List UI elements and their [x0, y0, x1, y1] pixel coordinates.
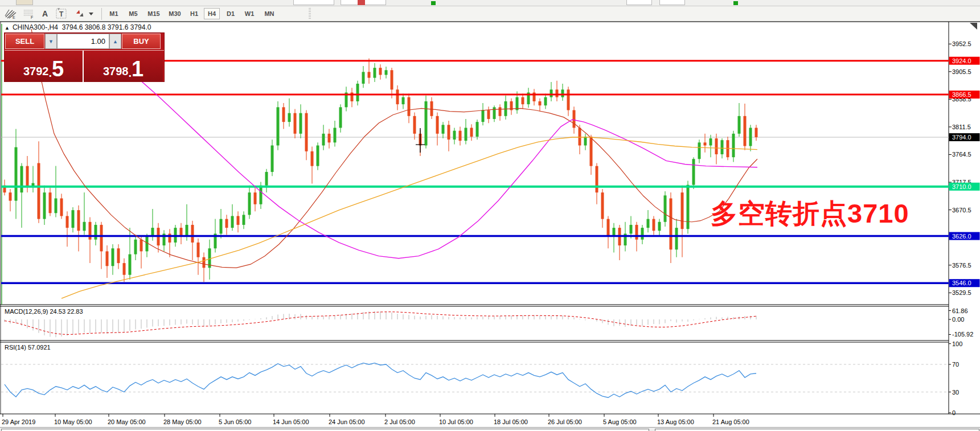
price-badge-label: 3710.0	[952, 183, 971, 190]
candle-body	[243, 215, 245, 225]
candle-body	[362, 72, 365, 84]
date-label[interactable]: 14 Jun 05:00	[273, 418, 309, 425]
bottom-inset-box	[655, 429, 979, 431]
price-tick-label: 3529.5	[952, 289, 971, 296]
candle-body	[339, 107, 342, 128]
candle-body	[260, 186, 263, 204]
candle-body	[653, 219, 655, 231]
candle-body	[334, 128, 337, 142]
candle-body	[385, 70, 388, 75]
sell-price[interactable]: 3792.5	[5, 51, 84, 82]
candle-body	[544, 97, 547, 105]
date-label[interactable]: 5 Aug 05:00	[603, 418, 637, 425]
candle-body	[675, 228, 678, 249]
bottom-strip	[0, 427, 980, 431]
date-label[interactable]: 29 Apr 2019	[2, 418, 35, 425]
candle-body	[630, 225, 633, 233]
candle-body	[123, 263, 126, 275]
candle-body	[590, 137, 593, 166]
candle-body	[322, 134, 325, 146]
date-label[interactable]: 10 Jul 05:00	[439, 418, 473, 425]
rsi-axis-label: 70	[952, 361, 959, 368]
date-label[interactable]: 2 Jul 05:00	[384, 418, 415, 425]
date-label[interactable]: 26 Jul 05:00	[548, 418, 582, 425]
candle-body	[749, 128, 752, 146]
candle-body	[550, 89, 553, 97]
candle-body	[658, 222, 661, 231]
buy-button[interactable]: BUY	[122, 34, 161, 49]
candle-body	[191, 225, 194, 243]
sell-button[interactable]: SELL	[5, 34, 44, 49]
candle-body	[106, 251, 109, 266]
price-badge-label: 3546.0	[952, 280, 971, 286]
candle-body	[635, 225, 638, 240]
macd-axis-label: 61.86	[952, 307, 968, 314]
date-label[interactable]: 10 May 05:00	[54, 418, 92, 425]
candle-body	[60, 198, 63, 216]
date-label[interactable]: 21 Aug 05:00	[712, 418, 749, 425]
candle-body	[732, 134, 735, 157]
candle-body	[692, 159, 695, 184]
candle-body	[687, 185, 690, 229]
candle-body	[72, 210, 75, 228]
macd-axis-label: 0.00	[952, 316, 964, 323]
candle-body	[379, 68, 382, 75]
date-label[interactable]: 28 May 05:00	[163, 418, 202, 425]
candle-body	[436, 116, 439, 134]
candle-body	[430, 101, 433, 116]
candle-body	[117, 248, 120, 263]
candle-body	[721, 140, 724, 154]
candle-body	[641, 228, 644, 240]
candle-body	[704, 142, 707, 145]
date-label[interactable]: 24 Jun 05:00	[329, 418, 365, 425]
date-label[interactable]: 18 Jul 05:00	[494, 418, 528, 425]
date-label[interactable]: 20 May 05:00	[108, 418, 146, 425]
candle-body	[681, 192, 684, 229]
candle-body	[453, 131, 456, 139]
candle-body	[146, 237, 149, 252]
candle-body	[601, 192, 604, 219]
candle-body	[49, 192, 52, 213]
candle-body	[738, 116, 741, 134]
rsi-axis-label: 30	[952, 389, 959, 396]
candle-body	[425, 101, 428, 145]
collapse-arrow-icon[interactable]: ▲	[5, 25, 10, 31]
candle-body	[584, 137, 587, 145]
rsi-axis-label: 100	[952, 340, 962, 347]
candle-body	[112, 248, 114, 266]
candle-body	[368, 72, 371, 77]
volume-decrease-button[interactable]: ▼	[45, 34, 57, 49]
candle-body	[522, 97, 524, 104]
candle-body	[197, 243, 200, 257]
ma-orange-line	[61, 137, 757, 298]
candle-body	[100, 225, 103, 251]
volume-input[interactable]	[57, 34, 109, 49]
candle-body	[203, 257, 206, 268]
candle-body	[237, 216, 240, 224]
candle-body	[38, 163, 40, 219]
one-click-trading-panel: SELL ▼ ▲ BUY 3792.5 3798.1	[5, 33, 164, 81]
candles-layer	[3, 59, 758, 282]
candle-body	[567, 89, 570, 110]
candle-body	[596, 166, 598, 192]
candle-body	[20, 166, 23, 192]
date-label[interactable]: 13 Aug 05:00	[657, 418, 694, 425]
price-tick-label: 3952.5	[952, 40, 971, 47]
candle-body	[277, 107, 280, 145]
candle-body	[305, 113, 308, 151]
candle-body	[573, 110, 576, 128]
candle-body	[482, 110, 485, 122]
candle-body	[300, 113, 302, 134]
candle-body	[413, 116, 416, 134]
date-label[interactable]: 5 Jun 05:00	[219, 418, 252, 425]
candle-body	[539, 101, 542, 105]
buy-price[interactable]: 3798.1	[84, 51, 163, 82]
candle-body	[374, 68, 376, 78]
mt4-window: E F A T	[0, 0, 980, 431]
candle-body	[95, 225, 97, 240]
volume-increase-button[interactable]: ▲	[109, 34, 121, 49]
candle-body	[402, 97, 405, 104]
chart-title: ▲CHINA300-,H4 3794.6 3806.8 3791.6 3794.…	[5, 23, 151, 31]
price-badge-label: 3794.0	[952, 134, 971, 141]
price-tick-label: 3670.5	[952, 207, 971, 214]
